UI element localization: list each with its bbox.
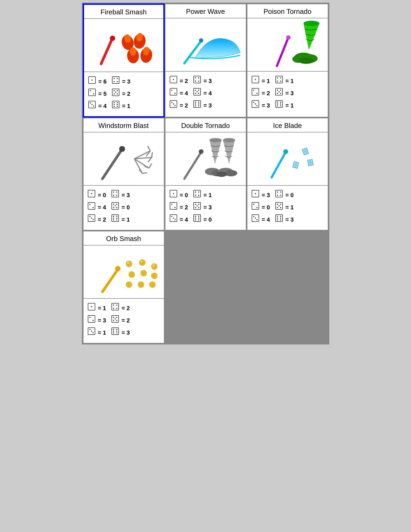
svg-point-97 (89, 216, 90, 217)
die1 (252, 88, 259, 99)
die2-eq: = 4 (204, 88, 212, 99)
svg-point-103 (116, 217, 117, 218)
ice-blade-stat-row-0: = 3 = 0 (252, 189, 323, 201)
die1 (170, 202, 177, 213)
svg-point-158 (279, 205, 280, 206)
svg-point-82 (280, 105, 281, 106)
ice-blade-stat-row-1: = 0 = 1 (252, 202, 323, 213)
ice-blade-stat-row-2: = 4 = 3 (252, 214, 323, 226)
svg-line-106 (184, 153, 200, 179)
svg-point-119 (198, 191, 199, 192)
svg-line-54 (277, 39, 288, 66)
svg-point-11 (114, 78, 115, 79)
fireball-smash-stat-row-2: = 4 = 1 (88, 100, 159, 112)
windstorm-blast-stat-row-1: = 4 = 0 (88, 202, 160, 213)
power-wave-stats: = 2 = 3 = 4 = 4 = 2 = 3 (165, 72, 246, 116)
fireball-smash-stats: = 6 = 3 = 5 = 2 = 4 = 1 (84, 72, 163, 116)
die1-eq: = 0 (98, 189, 106, 201)
fireball-smash-stat-row-1: = 5 = 2 (88, 88, 159, 100)
orb-smash-stats: = 1 = 2 = 3 = 2 = 1 = 3 (84, 299, 164, 343)
die2 (111, 190, 119, 201)
power-wave-stat-row-0: = 2 = 3 (170, 75, 242, 87)
die1 (170, 100, 177, 111)
svg-line-138 (272, 153, 285, 177)
die2-eq: = 0 (122, 202, 130, 213)
die1-eq: = 2 (262, 88, 270, 99)
svg-point-98 (91, 217, 92, 218)
die2-eq: = 2 (122, 315, 130, 326)
svg-point-167 (280, 217, 281, 218)
svg-point-40 (195, 89, 196, 90)
die2 (111, 303, 119, 314)
svg-point-177 (151, 273, 157, 279)
svg-point-164 (277, 216, 278, 217)
windstorm-blast-stat-row-0: = 0 = 3 (88, 189, 160, 201)
svg-point-130 (173, 217, 174, 218)
svg-point-88 (113, 194, 114, 196)
svg-point-93 (116, 203, 117, 205)
svg-point-91 (92, 207, 93, 208)
die1 (252, 214, 259, 225)
die2 (111, 327, 119, 338)
die2-eq: = 3 (285, 88, 294, 99)
die1-eq: = 4 (180, 88, 188, 99)
svg-point-178 (126, 281, 132, 288)
die1-eq: = 1 (262, 75, 270, 87)
die2 (112, 76, 119, 87)
svg-point-109 (209, 138, 222, 142)
svg-point-151 (280, 191, 281, 192)
ice-blade-title: Ice Blade (247, 118, 328, 132)
svg-point-77 (277, 102, 278, 103)
svg-point-45 (171, 102, 172, 103)
card-windstorm-blast: Windstorm Blast = 0 = 3 = 4 = 0 = 2 (83, 118, 165, 231)
svg-point-33 (173, 79, 174, 80)
orb-smash-title: Orb Smash (84, 231, 164, 246)
die2-eq: = 0 (204, 214, 212, 226)
die2-eq: = 3 (204, 100, 212, 111)
die2 (193, 214, 201, 225)
svg-point-75 (255, 103, 256, 104)
die1 (88, 315, 95, 326)
svg-point-175 (128, 271, 135, 278)
card-ice-blade: Ice Blade (247, 118, 329, 231)
svg-point-166 (277, 217, 278, 218)
svg-point-203 (113, 332, 114, 333)
die2 (112, 101, 119, 112)
svg-marker-56 (304, 23, 319, 50)
die1 (170, 214, 177, 225)
svg-point-188 (116, 307, 117, 309)
svg-point-193 (115, 318, 116, 319)
die1-eq: = 1 (98, 327, 106, 339)
svg-point-69 (277, 89, 278, 90)
die1-eq: = 2 (98, 214, 106, 226)
die2 (275, 76, 283, 87)
svg-point-10 (91, 79, 92, 80)
svg-point-15 (90, 90, 91, 91)
die1-eq: = 4 (262, 214, 270, 226)
svg-point-124 (195, 203, 196, 205)
svg-point-198 (92, 332, 93, 333)
die2-eq: = 3 (204, 75, 212, 87)
svg-point-195 (116, 320, 117, 321)
svg-point-121 (198, 194, 199, 196)
die2 (111, 214, 119, 225)
windstorm-blast-stat-row-2: = 2 = 1 (88, 214, 160, 226)
svg-point-179 (138, 281, 144, 288)
svg-point-191 (113, 317, 114, 318)
svg-point-94 (115, 205, 116, 206)
svg-point-157 (280, 203, 281, 205)
svg-point-63 (277, 77, 278, 78)
svg-point-133 (198, 216, 199, 217)
svg-point-107 (199, 149, 204, 154)
svg-point-99 (92, 219, 93, 220)
svg-point-32 (199, 38, 203, 43)
die2-eq: = 0 (285, 189, 294, 201)
svg-point-95 (113, 207, 114, 208)
svg-point-190 (92, 320, 93, 321)
die2 (275, 214, 283, 225)
svg-point-80 (280, 103, 281, 104)
svg-point-24 (93, 105, 94, 106)
svg-point-47 (174, 105, 175, 106)
svg-point-199 (113, 329, 114, 330)
svg-point-76 (256, 105, 257, 106)
